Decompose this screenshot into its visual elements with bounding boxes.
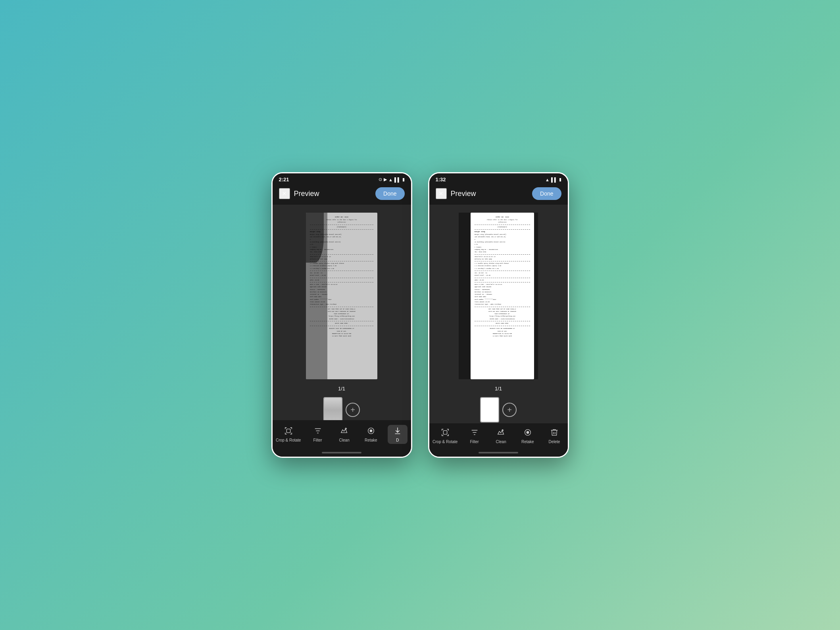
tool-clean-left[interactable]: Clean [334, 426, 354, 442]
delete-icon-right [550, 428, 559, 438]
crop-rotate-label-left: Crop & Rotate [276, 438, 301, 442]
receipt-vendor-r: Burger King [475, 230, 530, 233]
home-indicator-left [273, 450, 411, 457]
receipt-left: Order No: 3132 Please refer to the last … [306, 213, 377, 379]
filter-label-right: Filter [470, 440, 479, 444]
receipt-view-left: Order No: 3132 Please refer to the last … [273, 205, 411, 383]
receipt-amex-r: AMEX: 20.65 [475, 279, 530, 281]
page-counter-left: 1/1 [338, 383, 345, 394]
status-bar-left: 2:21 ⊙ ▶ ▲ ▌▌ ▮ [273, 173, 411, 184]
target-icon: ⊙ [379, 177, 382, 182]
content-area-right: Order No: 3132 Please refer to the last … [429, 205, 568, 423]
phones-container: 2:21 ⊙ ▶ ▲ ▌▌ ▮ × Preview Done [271, 172, 569, 458]
receipt-promo5-r: ENTER CODE : 24101710184303132 [475, 318, 530, 320]
home-indicator-right [429, 450, 568, 457]
thumbnail-img-left [324, 398, 342, 420]
svg-rect-0 [286, 429, 290, 432]
battery-icon-left: ▮ [402, 177, 405, 182]
content-area-left: Order No: 3132 Please refer to the last … [273, 205, 411, 420]
thumbnail-right[interactable] [480, 397, 499, 423]
home-bar-right [479, 452, 518, 453]
receipt-surrender4-r: 14 DAYS FROM SALES DATE [475, 335, 530, 337]
tool-delete-right[interactable]: Delete [544, 428, 564, 444]
retake-label-right: Retake [521, 440, 534, 444]
thumbnail-left[interactable] [323, 397, 342, 420]
add-page-button-left[interactable]: + [346, 403, 360, 417]
page-counter-right: 1/1 [495, 383, 502, 394]
thumbnails-left: + [323, 394, 360, 420]
receipt-delivery-r: Delivery No Take Away [475, 258, 530, 260]
clean-label-right: Clean [496, 440, 506, 444]
phone-left: 2:21 ⊙ ▶ ▲ ▌▌ ▮ × Preview Done [271, 172, 412, 458]
speaker-icon: ▶ [384, 177, 387, 182]
top-bar-left: × Preview Done [273, 184, 411, 205]
delete-label-right: Delete [548, 440, 560, 444]
thumbnails-right: + [480, 394, 517, 423]
thumbnail-img-right [481, 398, 498, 422]
receipt-total-r: Grand Total : 20.65 [475, 274, 530, 277]
receipt-write-r: WRITE CODE HERE: [475, 322, 530, 325]
wifi-icon-left: ▲ [388, 177, 393, 182]
receipt-order-title-r: Order No: 3132 [475, 216, 530, 219]
retake-icon-left [367, 426, 375, 436]
signal-icon-left: ▌▌ [394, 177, 401, 182]
bottom-toolbar-right: Crop & Rotate Filter Clean [429, 423, 568, 450]
battery-icon-right: ▮ [559, 177, 561, 182]
crop-rotate-icon-right [441, 428, 450, 438]
status-icons-right: ▲ ▌▌ ▮ [545, 177, 561, 182]
phone-right: 1:32 ▲ ▌▌ ▮ × Preview Done [428, 172, 569, 458]
retake-label-left: Retake [365, 438, 377, 442]
tool-retake-right[interactable]: Retake [518, 428, 538, 444]
crop-rotate-icon-left [284, 426, 293, 436]
tool-crop-rotate-left[interactable]: Crop & Rotate [276, 426, 301, 442]
clean-icon-left [340, 426, 349, 436]
status-bar-right: 1:32 ▲ ▌▌ ▮ [429, 173, 568, 184]
receipt-right: Order No: 3132 Please refer to the last … [471, 213, 534, 379]
tool-retake-left[interactable]: Retake [361, 426, 381, 442]
bottom-toolbar-left: Crop & Rotate Filter Clean [273, 420, 411, 450]
close-button-right[interactable]: × [436, 188, 447, 199]
tool-crop-rotate-right[interactable]: Crop & Rotate [432, 428, 457, 444]
receipt-trans-type-r: Transaction Type : AMEX Purchase [475, 303, 530, 305]
filter-icon-left [313, 426, 322, 436]
receipt-tel-r: TEL: 6610 8789 [475, 251, 530, 253]
svg-point-2 [370, 430, 372, 432]
done-button-left[interactable]: Done [375, 187, 404, 200]
clean-label-left: Clean [339, 438, 350, 442]
tool-clean-right[interactable]: Clean [491, 428, 511, 444]
receipt-text-right: Order No: 3132 Please refer to the last … [471, 213, 534, 341]
preview-title-left: Preview [294, 190, 372, 198]
preview-title-right: Preview [451, 190, 529, 198]
crop-rotate-label-right: Crop & Rotate [432, 440, 457, 444]
receipt-subtitle2-r: collection [475, 221, 530, 223]
home-bar-left [322, 452, 361, 453]
filter-label-left: Filter [313, 438, 322, 442]
add-page-button-right[interactable]: + [502, 403, 517, 417]
retake-icon-right [523, 428, 532, 438]
receipt-view-right: Order No: 3132 Please refer to the last … [429, 205, 568, 383]
tool-filter-right[interactable]: Filter [465, 428, 484, 444]
clean-icon-right [497, 428, 506, 438]
svg-rect-3 [443, 430, 447, 434]
download-icon-left [393, 426, 402, 436]
status-time-left: 2:21 [279, 177, 289, 182]
wifi-icon-right: ▲ [545, 177, 550, 182]
svg-point-5 [527, 431, 529, 434]
status-icons-left: ⊙ ▶ ▲ ▌▌ ▮ [379, 177, 404, 182]
tool-filter-left[interactable]: Filter [308, 426, 328, 442]
close-button-left[interactable]: × [279, 188, 290, 199]
status-time-right: 1:32 [436, 177, 446, 182]
receipt-item3-r: 1 x Hershey's Sundae Pie 4.90 [475, 267, 530, 270]
signal-icon-right: ▌▌ [551, 177, 557, 182]
tool-download-left[interactable]: D [388, 425, 408, 444]
filter-icon-right [470, 428, 479, 438]
dark-corner [306, 213, 324, 263]
receipt-type-r: [TAKEAWAY] [475, 226, 530, 229]
download-label-left: D [396, 438, 399, 442]
top-bar-right: × Preview Done [429, 184, 568, 205]
done-button-right[interactable]: Done [532, 187, 561, 200]
